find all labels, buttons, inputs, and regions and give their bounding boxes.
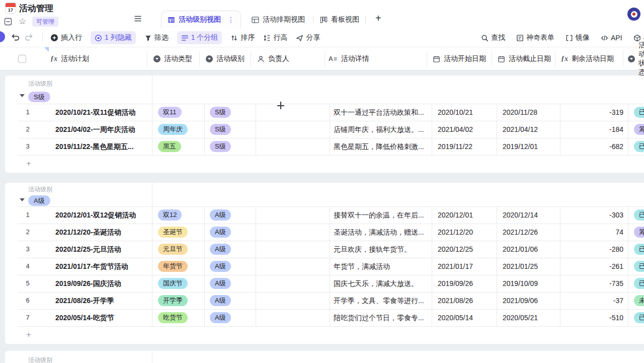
tag-activity-type[interactable]: 双11: [158, 107, 182, 118]
cell-remaining-days[interactable]: -682: [560, 138, 623, 155]
cell-start-date[interactable]: 2021/04/02: [438, 121, 494, 138]
cell-activity-detail[interactable]: 黑色星期五，降低价格刺激...: [330, 138, 429, 155]
cell-activity-name[interactable]: 2019/11/22-黑色星期五...: [50, 138, 149, 155]
add-row-button[interactable]: +: [5, 326, 644, 344]
column-header-owner[interactable]: 负责人: [257, 47, 289, 70]
tag-activity-status[interactable]: 未开始: [634, 295, 644, 306]
cell-remaining-days[interactable]: -510: [560, 309, 623, 326]
cell-end-date[interactable]: 2019/10/09: [503, 275, 558, 292]
cell-activity-name[interactable]: 2020/05/14-吃货节: [50, 309, 149, 326]
sort-button[interactable]: 排序: [230, 33, 255, 42]
tag-activity-type[interactable]: 开学季: [158, 295, 188, 306]
cell-end-date[interactable]: 2021/04/12: [503, 121, 558, 138]
table-row[interactable]: 3 2020/12/25-元旦活动 元旦节 A级 元旦欢庆，接轨年货节。 202…: [5, 241, 644, 258]
cell-activity-name[interactable]: 2021/08/26-开学季: [50, 292, 149, 309]
redo-icon[interactable]: [24, 33, 34, 42]
tag-activity-level[interactable]: A级: [210, 295, 231, 306]
cell-remaining-days[interactable]: -303: [560, 206, 623, 224]
cell-start-date[interactable]: 2020/12/01: [438, 206, 494, 224]
cell-end-date[interactable]: 2021/09/06: [503, 292, 558, 309]
table-row[interactable]: 2 2021/04/02-一周年庆活动 周年庆 S级 店铺周年庆，福利大放送。.…: [5, 121, 644, 138]
cell-activity-name[interactable]: 2021/12/20-圣诞活动: [50, 224, 149, 241]
tag-activity-type[interactable]: 国庆节: [158, 278, 188, 289]
tag-activity-type[interactable]: 周年庆: [158, 124, 188, 135]
group-button[interactable]: 1 个分组: [177, 31, 222, 44]
cell-remaining-days[interactable]: -37: [560, 292, 623, 309]
kebab-menu-icon[interactable]: ⋮: [227, 16, 234, 24]
add-row-button[interactable]: +: [5, 155, 644, 173]
cell-activity-name[interactable]: 2020/10/21-双11促销活动: [50, 104, 149, 121]
cell-remaining-days[interactable]: -261: [560, 258, 623, 275]
row-height-button[interactable]: 行高: [263, 33, 287, 42]
cell-activity-detail[interactable]: 店铺周年庆，福利大放送。...: [330, 121, 429, 138]
table-row[interactable]: 6 2021/08/26-开学季 开学季 A级 开学季，文具、零食等进行... …: [5, 292, 644, 309]
table-row[interactable]: 4 2021/01/17-年货节活动 年货节 A级 年货节，满减活动 2021/…: [5, 258, 644, 275]
table-row[interactable]: 7 2020/05/14-吃货节 吃货节 A级 陪吃货们过个节日，零食专... …: [5, 309, 644, 326]
collapse-triangle-icon[interactable]: [20, 198, 25, 201]
tab-kanban-view[interactable]: 看板视图: [320, 12, 359, 27]
tag-activity-status[interactable]: 已结束: [634, 107, 644, 118]
cell-activity-detail[interactable]: 开学季，文具、零食等进行...: [330, 292, 429, 309]
cell-start-date[interactable]: 2019/11/22: [438, 138, 494, 155]
hidden-fields-button[interactable]: 1 列隐藏: [91, 31, 136, 44]
tag-activity-level[interactable]: S级: [210, 141, 231, 152]
star-icon[interactable]: ☆: [19, 16, 26, 27]
cell-activity-detail[interactable]: 陪吃货们过个节日，零食专...: [330, 309, 429, 326]
tag-activity-level[interactable]: A级: [210, 227, 231, 238]
cell-start-date[interactable]: 2020/05/14: [438, 309, 494, 326]
column-header-start-date[interactable]: 活动开始日期: [433, 47, 486, 70]
table-row[interactable]: 3 2019/11/22-黑色星期五... 黑五 S级 黑色星期五，降低价格刺激…: [5, 138, 644, 155]
column-header-remaining-days[interactable]: ƒx 剩余活动日期: [561, 47, 614, 70]
tag-activity-status[interactable]: 已结束: [634, 244, 644, 255]
avatar[interactable]: [627, 8, 640, 21]
tag-activity-level[interactable]: S级: [210, 124, 231, 135]
tag-activity-type[interactable]: 吃货节: [158, 312, 188, 323]
tag-activity-status[interactable]: 已结束: [634, 209, 644, 221]
tag-activity-status[interactable]: 筹备中: [634, 227, 644, 238]
tag-activity-type[interactable]: 双12: [158, 209, 182, 221]
cell-end-date[interactable]: 2020/05/21: [503, 309, 558, 326]
tag-activity-level[interactable]: A级: [210, 278, 231, 289]
cell-start-date[interactable]: 2021/12/20: [438, 224, 494, 241]
cell-start-date[interactable]: 2021/08/26: [438, 292, 494, 309]
cell-end-date[interactable]: 2021/01/25: [503, 258, 558, 275]
tag-activity-status[interactable]: 已结束: [634, 141, 644, 152]
cell-end-date[interactable]: 2020/12/14: [503, 206, 558, 224]
tag-activity-type[interactable]: 元旦节: [158, 244, 188, 255]
insert-row-button[interactable]: 插入行: [50, 33, 82, 42]
cell-activity-name[interactable]: 2021/04/02-一周年庆活动: [50, 121, 149, 138]
magic-form-button[interactable]: 神奇表单: [516, 33, 554, 42]
cell-activity-name[interactable]: 2019/09/26-国庆活动: [50, 275, 149, 292]
column-header-activity-level[interactable]: 活动级别: [206, 47, 245, 70]
cell-activity-name[interactable]: 2020/12/25-元旦活动: [50, 241, 149, 258]
tab-schedule-view[interactable]: 活动排期视图: [252, 12, 305, 27]
column-header-activity-detail[interactable]: A≡ 活动详情: [329, 47, 369, 70]
add-view-button[interactable]: +: [375, 13, 381, 24]
cell-activity-detail[interactable]: 国庆七天乐，满减大放送。: [330, 275, 429, 292]
table-row[interactable]: 1 2020/10/21-双11促销活动 双11 S级 双十一通过平台活动政策和…: [5, 104, 644, 121]
cell-end-date[interactable]: 2021/12/26: [503, 224, 558, 241]
tag-activity-status[interactable]: 已结束: [634, 312, 644, 323]
cell-activity-detail[interactable]: 圣诞活动，满减活动，赠送...: [330, 224, 429, 241]
search-button[interactable]: 查找: [481, 33, 505, 42]
view-list-icon[interactable]: [134, 15, 143, 23]
tag-activity-level[interactable]: A级: [210, 209, 231, 221]
cell-activity-detail[interactable]: 年货节，满减活动: [330, 258, 429, 275]
cell-start-date[interactable]: 2020/10/21: [438, 104, 494, 121]
share-button[interactable]: 分享: [296, 33, 320, 42]
tag-activity-type[interactable]: 黑五: [158, 141, 181, 152]
cell-remaining-days[interactable]: -184: [560, 121, 623, 138]
cell-end-date[interactable]: 2019/12/01: [503, 138, 558, 155]
tag-activity-level[interactable]: A级: [210, 244, 231, 255]
tag-activity-level[interactable]: A级: [210, 312, 231, 323]
column-header-activity-plan[interactable]: ƒx 活动计划: [50, 47, 89, 70]
cell-remaining-days[interactable]: -319: [560, 104, 623, 121]
cell-start-date[interactable]: 2020/12/25: [438, 241, 494, 258]
cell-end-date[interactable]: 2021/01/06: [503, 241, 558, 258]
select-all-checkbox[interactable]: [18, 55, 26, 63]
cell-start-date[interactable]: 2019/09/26: [438, 275, 494, 292]
tag-activity-status[interactable]: 筹备中: [634, 124, 644, 135]
cell-activity-name[interactable]: 2021/01/17-年货节活动: [50, 258, 149, 275]
filter-button[interactable]: 筛选: [144, 33, 169, 42]
cell-remaining-days[interactable]: 74: [560, 224, 623, 241]
